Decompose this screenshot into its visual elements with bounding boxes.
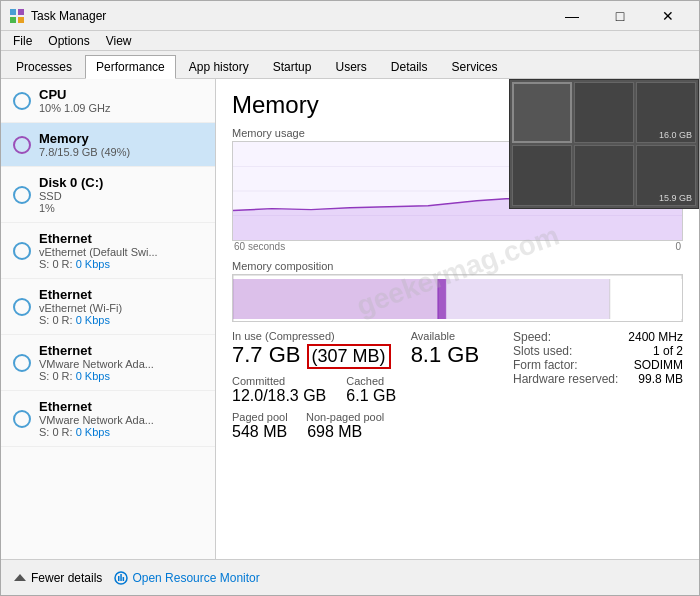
tab-details[interactable]: Details: [380, 55, 439, 78]
eth3-title: Ethernet: [39, 343, 203, 358]
open-monitor-label: Open Resource Monitor: [132, 571, 259, 585]
main-content: CPU 10% 1.09 GHz Memory 7.8/15.9 GB (49%…: [1, 79, 699, 559]
menu-options[interactable]: Options: [40, 32, 97, 50]
tab-services[interactable]: Services: [441, 55, 509, 78]
committed-block: Committed 12.0/18.3 GB: [232, 375, 326, 405]
fewer-details-button[interactable]: Fewer details: [13, 571, 102, 585]
thumb-cell-5: [574, 145, 634, 206]
right-stats: Speed: 2400 MHz Slots used: 1 of 2 Form …: [513, 330, 683, 445]
disk-text: Disk 0 (C:) SSD 1%: [39, 175, 203, 214]
minimize-button[interactable]: —: [549, 1, 595, 31]
memory-title: Memory: [39, 131, 203, 146]
pool-combined-label: Paged pool Non-paged pool: [232, 411, 497, 423]
window-controls: — □ ✕: [549, 1, 691, 31]
eth3-sub2: S: 0 R: 0 Kbps: [39, 370, 203, 382]
in-use-label: In use (Compressed): [232, 330, 391, 342]
cached-block: Cached 6.1 GB: [346, 375, 396, 405]
memory-text: Memory 7.8/15.9 GB (49%): [39, 131, 203, 158]
fewer-details-label: Fewer details: [31, 571, 102, 585]
close-button[interactable]: ✕: [645, 1, 691, 31]
sidebar-item-cpu[interactable]: CPU 10% 1.09 GHz: [1, 79, 215, 123]
svg-rect-2: [10, 17, 16, 23]
thumb-cell-6: 15.9 GB: [636, 145, 696, 206]
cpu-sub: 10% 1.09 GHz: [39, 102, 203, 114]
memory-composition-label: Memory composition: [232, 260, 683, 272]
content-area: 16.0 GB 15.9 GB geekermag.com Memory Mem…: [216, 79, 699, 559]
tab-app-history[interactable]: App history: [178, 55, 260, 78]
sidebar-item-disk0[interactable]: Disk 0 (C:) SSD 1%: [1, 167, 215, 223]
menu-view[interactable]: View: [98, 32, 140, 50]
left-stats: In use (Compressed) 7.7 GB (307 MB) Avai…: [232, 330, 497, 445]
hw-reserved-value: 99.8 MB: [638, 372, 683, 386]
tab-users[interactable]: Users: [324, 55, 377, 78]
hw-reserved-label: Hardware reserved:: [513, 372, 618, 386]
sidebar-item-memory[interactable]: Memory 7.8/15.9 GB (49%): [1, 123, 215, 167]
pool-values-row: 548 MB 698 MB: [232, 423, 497, 441]
eth2-title: Ethernet: [39, 287, 203, 302]
maximize-button[interactable]: □: [597, 1, 643, 31]
svg-rect-12: [446, 279, 610, 319]
available-label: Available: [411, 330, 479, 342]
open-resource-monitor-button[interactable]: Open Resource Monitor: [114, 571, 259, 585]
thumbnail-overlay: 16.0 GB 15.9 GB: [509, 79, 699, 209]
form-value: SODIMM: [634, 358, 683, 372]
chart-time-left: 60 seconds: [234, 241, 285, 252]
footer: Fewer details Open Resource Monitor: [1, 559, 699, 595]
committed-label: Committed: [232, 375, 326, 387]
cached-label: Cached: [346, 375, 396, 387]
cached-value: 6.1 GB: [346, 387, 396, 405]
menu-file[interactable]: File: [5, 32, 40, 50]
svg-rect-13: [610, 279, 682, 319]
cpu-title: CPU: [39, 87, 203, 102]
sidebar-item-eth3[interactable]: Ethernet VMware Network Ada... S: 0 R: 0…: [1, 335, 215, 391]
disk-sub2: 1%: [39, 202, 203, 214]
tab-startup[interactable]: Startup: [262, 55, 323, 78]
in-use-value: 7.7 GB (307 MB): [232, 342, 391, 369]
chevron-up-icon: [13, 571, 27, 585]
available-value: 8.1 GB: [411, 342, 479, 368]
speed-row: Speed: 2400 MHz: [513, 330, 683, 344]
disk-icon: [13, 186, 31, 204]
available-block: Available 8.1 GB: [411, 330, 479, 369]
memory-icon: [13, 136, 31, 154]
thumb-cell-4: [512, 145, 572, 206]
paged-pool-value: 548 MB: [232, 423, 287, 441]
tabs-bar: Processes Performance App history Startu…: [1, 51, 699, 79]
sidebar-item-eth4[interactable]: Ethernet VMware Network Ada... S: 0 R: 0…: [1, 391, 215, 447]
form-row: Form factor: SODIMM: [513, 358, 683, 372]
title-bar: Task Manager — □ ✕: [1, 1, 699, 31]
compressed-value: (307 MB): [307, 344, 391, 369]
non-paged-pool-value: 698 MB: [307, 423, 362, 441]
svg-marker-17: [14, 574, 26, 581]
disk-sub1: SSD: [39, 190, 203, 202]
disk-title: Disk 0 (C:): [39, 175, 203, 190]
sidebar: CPU 10% 1.09 GHz Memory 7.8/15.9 GB (49%…: [1, 79, 216, 559]
eth2-text: Ethernet vEthernet (Wi-Fi) S: 0 R: 0 Kbp…: [39, 287, 203, 326]
svg-rect-19: [118, 576, 120, 581]
speed-value: 2400 MHz: [628, 330, 683, 344]
eth3-sub1: VMware Network Ada...: [39, 358, 203, 370]
eth1-text: Ethernet vEthernet (Default Swi... S: 0 …: [39, 231, 203, 270]
sidebar-item-eth1[interactable]: Ethernet vEthernet (Default Swi... S: 0 …: [1, 223, 215, 279]
chart-time-right: 0: [675, 241, 681, 252]
sidebar-item-eth2[interactable]: Ethernet vEthernet (Wi-Fi) S: 0 R: 0 Kbp…: [1, 279, 215, 335]
eth3-link: 0 Kbps: [76, 370, 110, 382]
eth4-title: Ethernet: [39, 399, 203, 414]
tab-processes[interactable]: Processes: [5, 55, 83, 78]
window-title: Task Manager: [31, 9, 549, 23]
eth1-link: 0 Kbps: [76, 258, 110, 270]
tab-performance[interactable]: Performance: [85, 55, 176, 79]
thumb-cell-3: 16.0 GB: [636, 82, 696, 143]
menu-bar: File Options View: [1, 31, 699, 51]
eth4-sub2: S: 0 R: 0 Kbps: [39, 426, 203, 438]
eth4-link: 0 Kbps: [76, 426, 110, 438]
form-label: Form factor:: [513, 358, 578, 372]
eth3-icon: [13, 354, 31, 372]
eth1-title: Ethernet: [39, 231, 203, 246]
eth2-sub2: S: 0 R: 0 Kbps: [39, 314, 203, 326]
svg-rect-1: [18, 9, 24, 15]
thumb-cell-1: [512, 82, 572, 143]
svg-rect-10: [233, 279, 438, 319]
paged-pool-label: Paged pool: [232, 411, 288, 423]
cpu-text: CPU 10% 1.09 GHz: [39, 87, 203, 114]
